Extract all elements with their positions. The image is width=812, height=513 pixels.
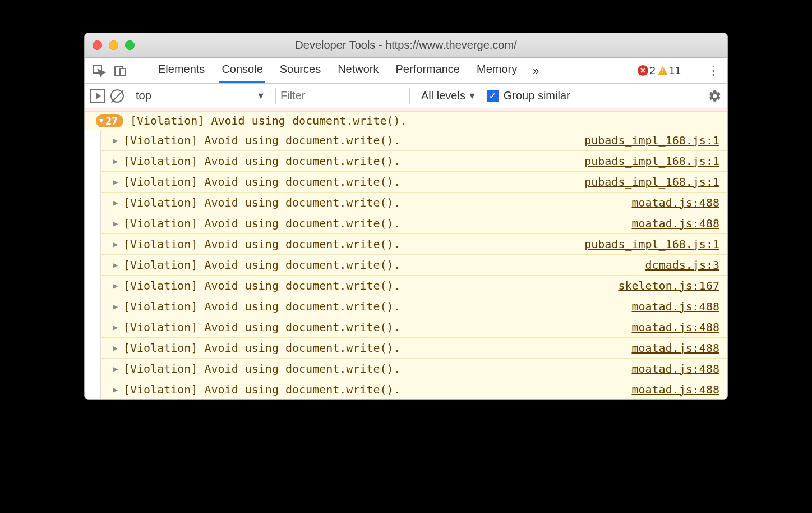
divider [690,63,690,78]
console-entry-source-link[interactable]: moatad.js:488 [631,341,719,355]
console-entry-source-link[interactable]: moatad.js:488 [631,217,719,230]
console-entry-message: [Violation] Avoid using document.write()… [123,175,584,189]
log-level-select[interactable]: All levels ▼ [421,89,477,102]
group-similar-label: Group similar [504,89,570,102]
console-entry-message: [Violation] Avoid using document.write()… [123,341,631,355]
more-menu-button[interactable]: ⋮ [707,68,719,73]
console-settings-button[interactable] [708,89,722,103]
warning-count: 11 [669,65,681,77]
issue-badges[interactable]: ✕ 2 11 [638,65,681,77]
console-entry[interactable]: [Violation] Avoid using document.write()… [101,379,727,399]
console-entry[interactable]: [Violation] Avoid using document.write()… [101,296,727,317]
console-entry-message: [Violation] Avoid using document.write()… [123,362,631,375]
chevron-down-icon: ▼ [468,91,477,101]
divider [139,63,139,78]
console-entry[interactable]: [Violation] Avoid using document.write()… [101,359,727,379]
error-count: 2 [649,65,656,77]
overflow-tabs-button[interactable]: » [533,64,539,77]
console-entry-message: [Violation] Avoid using document.write()… [123,196,631,209]
log-level-value: All levels [421,89,465,102]
console-entry-source-link[interactable]: pubads_impl_168.js:1 [584,154,719,168]
console-entry-message: [Violation] Avoid using document.write()… [123,279,618,292]
tab-elements[interactable]: Elements [156,58,207,83]
console-entry-message: [Violation] Avoid using document.write()… [123,154,584,168]
chevron-down-icon: ▼ [256,91,265,101]
console-entry-message: [Violation] Avoid using document.write()… [123,237,584,251]
console-entry-message: [Violation] Avoid using document.write()… [123,258,645,272]
tab-performance[interactable]: Performance [394,58,463,83]
traffic-lights [85,40,135,50]
window-title: Developer Tools - https://www.theverge.c… [85,39,727,52]
checkbox-checked-icon: ✓ [487,90,499,102]
console-entry-source-link[interactable]: dcmads.js:3 [645,258,719,272]
console-entry-source-link[interactable]: moatad.js:488 [631,196,719,209]
console-entry[interactable]: [Violation] Avoid using document.write()… [101,338,727,359]
svg-rect-2 [120,68,126,76]
console-entry[interactable]: [Violation] Avoid using document.write()… [101,255,727,276]
minimize-window-button[interactable] [109,40,118,50]
console-entry-source-link[interactable]: moatad.js:488 [631,300,719,313]
console-entry[interactable]: [Violation] Avoid using document.write()… [101,130,727,151]
inspect-element-icon[interactable] [90,62,108,80]
tab-network[interactable]: Network [335,58,381,83]
console-entry[interactable]: [Violation] Avoid using document.write()… [101,151,727,172]
panel-tabs: Elements Console Sources Network Perform… [156,58,519,83]
console-entry-message: [Violation] Avoid using document.write()… [123,383,631,396]
titlebar: Developer Tools - https://www.theverge.c… [85,33,727,58]
tab-memory[interactable]: Memory [474,58,519,83]
devtools-tabbar: Elements Console Sources Network Perform… [85,58,727,84]
console-entry-message: [Violation] Avoid using document.write()… [123,134,584,147]
error-badge[interactable]: ✕ 2 [638,65,656,77]
console-entry-source-link[interactable]: moatad.js:488 [631,320,719,334]
console-output: 27 [Violation] Avoid using document.writ… [85,108,727,399]
warning-icon [658,66,668,75]
device-toolbar-icon[interactable] [112,62,130,80]
console-entry[interactable]: [Violation] Avoid using document.write()… [101,213,727,234]
console-entry-source-link[interactable]: pubads_impl_168.js:1 [584,237,719,251]
filter-input[interactable] [275,88,410,104]
console-entry[interactable]: [Violation] Avoid using document.write()… [101,172,727,193]
group-count-badge: 27 [96,114,123,127]
console-entry-source-link[interactable]: moatad.js:488 [631,383,719,396]
console-group-entries: [Violation] Avoid using document.write()… [100,130,727,399]
show-console-sidebar-button[interactable] [90,89,105,103]
console-entry-source-link[interactable]: moatad.js:488 [631,362,719,375]
devtools-window: Developer Tools - https://www.theverge.c… [84,33,728,400]
console-entry-source-link[interactable]: pubads_impl_168.js:1 [584,134,719,147]
error-icon: ✕ [638,65,648,76]
console-entry-source-link[interactable]: pubads_impl_168.js:1 [584,175,719,189]
group-message: [Violation] Avoid using document.write()… [130,114,407,127]
console-toolbar: top ▼ All levels ▼ ✓ Group similar [85,84,727,108]
group-similar-toggle[interactable]: ✓ Group similar [487,89,570,102]
execution-context-select[interactable]: top ▼ [130,88,270,103]
console-entry[interactable]: [Violation] Avoid using document.write()… [101,234,727,255]
zoom-window-button[interactable] [125,40,135,50]
console-entry[interactable]: [Violation] Avoid using document.write()… [101,193,727,213]
console-entry-message: [Violation] Avoid using document.write()… [123,320,631,334]
console-entry-source-link[interactable]: skeleton.js:167 [618,279,719,292]
tab-sources[interactable]: Sources [278,58,323,83]
warning-badge[interactable]: 11 [658,65,681,77]
console-entry[interactable]: [Violation] Avoid using document.write()… [101,317,727,338]
console-entry[interactable]: [Violation] Avoid using document.write()… [101,276,727,296]
console-group-header[interactable]: 27 [Violation] Avoid using document.writ… [85,112,727,130]
clear-console-button[interactable] [110,89,124,103]
execution-context-value: top [136,89,151,102]
close-window-button[interactable] [93,40,102,50]
console-entry-message: [Violation] Avoid using document.write()… [123,217,631,230]
tab-console[interactable]: Console [219,58,265,83]
console-entry-message: [Violation] Avoid using document.write()… [123,300,631,313]
